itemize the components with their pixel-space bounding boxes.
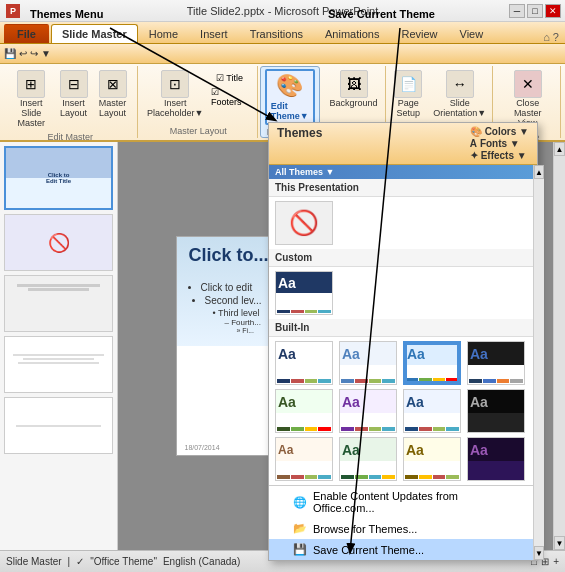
fonts-button[interactable]: A Fonts ▼	[470, 138, 529, 149]
save-icon: 💾	[293, 543, 307, 556]
fonts-icon: A	[470, 138, 477, 149]
effects-button[interactable]: ✦ Effects ▼	[470, 150, 529, 161]
page-setup-buttons: 📄 PageSetup ↔ SlideOrientation▼	[390, 68, 490, 124]
tab-file[interactable]: File	[4, 24, 49, 43]
builtin-title: Built-In	[269, 319, 533, 337]
browse-themes-label: Browse for Themes...	[313, 523, 417, 535]
master-layout-button[interactable]: ⊠ MasterLayout	[95, 68, 131, 120]
theme-item-builtin-1[interactable]: Aa	[275, 341, 333, 385]
save-qat-icon[interactable]: 💾	[4, 48, 16, 59]
slide-thumb-3[interactable]	[4, 275, 113, 332]
theme-item-builtin-12[interactable]: Aa	[467, 437, 525, 481]
slide-footer: 18/07/2014	[185, 444, 220, 451]
office-theme-status: "Office Theme"	[90, 556, 157, 567]
theme-preview-8: Aa	[468, 390, 524, 432]
edit-theme-button[interactable]: 🎨 EditTheme▼	[265, 69, 315, 125]
tab-review[interactable]: Review	[390, 24, 448, 43]
tab-view[interactable]: View	[449, 24, 495, 43]
theme-item-builtin-6[interactable]: Aa	[339, 389, 397, 433]
tab-transitions[interactable]: Transitions	[239, 24, 314, 43]
theme-preview-1: Aa	[276, 342, 332, 384]
theme-preview-7: Aa	[404, 390, 460, 432]
dropdown-scroll-up[interactable]: ▲	[534, 165, 544, 179]
redo-icon[interactable]: ↪	[30, 48, 38, 59]
themes-header: Themes 🎨 Colors ▼ A Fonts ▼ ✦ Effects ▼	[269, 123, 537, 165]
undo-icon[interactable]: ↩	[19, 48, 27, 59]
tab-slide-master[interactable]: Slide Master	[51, 24, 138, 43]
themes-menu-annotation: Themes Menu	[30, 8, 103, 20]
theme-item-custom-1[interactable]: Aa	[275, 271, 333, 315]
dropdown-scroll-down[interactable]: ▼	[534, 546, 544, 560]
slide-thumb-4[interactable]	[4, 336, 113, 393]
browse-themes-item[interactable]: 📂 Browse for Themes...	[269, 518, 533, 539]
background-label: Background	[330, 98, 378, 108]
theme-item-current[interactable]: 🚫	[275, 201, 333, 245]
background-button[interactable]: 🖼 Background	[326, 68, 382, 110]
theme-item-builtin-3[interactable]: Aa	[403, 341, 461, 385]
enable-content-updates-item[interactable]: 🌐 Enable Content Updates from Office.com…	[269, 486, 533, 518]
theme-preview-custom-1: Aa	[276, 272, 332, 314]
help-icon[interactable]: ⌂ ?	[543, 31, 559, 43]
insert-placeholder-button[interactable]: ⊡ InsertPlaceholder▼	[146, 68, 205, 120]
ribbon-tabs: File Slide Master Home Insert Transition…	[0, 22, 565, 44]
theme-item-builtin-8[interactable]: Aa	[467, 389, 525, 433]
theme-preview-2: Aa	[340, 342, 396, 384]
title-button[interactable]: ☑ Title	[208, 72, 251, 84]
close-master-view-icon: ✕	[514, 70, 542, 98]
window-controls[interactable]: ─ □ ✕	[509, 4, 561, 18]
themes-list: All Themes ▼ This Presentation 🚫 Custom …	[269, 165, 533, 560]
status-plus-icon[interactable]: +	[553, 556, 559, 567]
edit-master-label: Edit Master	[48, 130, 94, 142]
scroll-up-button[interactable]: ▲	[554, 142, 565, 156]
insert-layout-label: InsertLayout	[60, 98, 87, 118]
theme-preview-12: Aa	[468, 438, 524, 480]
insert-slide-master-icon: ⊞	[17, 70, 45, 98]
maximize-button[interactable]: □	[527, 4, 543, 18]
insert-slide-master-button[interactable]: ⊞ Insert SlideMaster	[10, 68, 53, 130]
theme-item-builtin-7[interactable]: Aa	[403, 389, 461, 433]
custom-grid: Aa	[269, 267, 533, 319]
effects-label: Effects ▼	[481, 150, 527, 161]
tab-animations[interactable]: Animations	[314, 24, 390, 43]
scroll-track	[554, 156, 565, 536]
slide-orientation-button[interactable]: ↔ SlideOrientation▼	[429, 68, 490, 120]
themes-dropdown: Themes 🎨 Colors ▼ A Fonts ▼ ✦ Effects ▼ …	[268, 122, 538, 561]
no-entry-icon-2: 🚫	[48, 232, 70, 254]
custom-title: Custom	[269, 249, 533, 267]
themes-footer: 🌐 Enable Content Updates from Office.com…	[269, 485, 533, 560]
colors-button[interactable]: 🎨 Colors ▼	[470, 126, 529, 137]
enable-content-label: Enable Content Updates from Office.com..…	[313, 490, 509, 514]
slide-thumb-container-1: 1 Click toEdit Title	[4, 146, 113, 210]
close-button[interactable]: ✕	[545, 4, 561, 18]
scroll-down-button[interactable]: ▼	[554, 536, 565, 550]
minimize-button[interactable]: ─	[509, 4, 525, 18]
insert-layout-button[interactable]: ⊟ InsertLayout	[56, 68, 92, 120]
slide-thumb-2[interactable]: 🚫	[4, 214, 113, 271]
theme-preview-11: Aa	[404, 438, 460, 480]
slide-thumb-5[interactable]	[4, 397, 113, 454]
theme-item-builtin-5[interactable]: Aa	[275, 389, 333, 433]
right-scrollbar[interactable]: ▲ ▼	[553, 142, 565, 550]
tab-insert[interactable]: Insert	[189, 24, 239, 43]
theme-preview-9: Aa	[276, 438, 332, 480]
theme-item-builtin-10[interactable]: Aa	[339, 437, 397, 481]
insert-placeholder-icon: ⊡	[161, 70, 189, 98]
master-layout-buttons: ⊡ InsertPlaceholder▼ ☑ Title ☑ Footers	[146, 68, 251, 124]
theme-item-builtin-9[interactable]: Aa	[275, 437, 333, 481]
theme-item-builtin-2[interactable]: Aa	[339, 341, 397, 385]
footers-button[interactable]: ☑ Footers	[208, 86, 251, 108]
save-current-theme-item[interactable]: 💾 Save Current Theme...	[269, 539, 533, 560]
slide-thumb-1[interactable]: Click toEdit Title	[4, 146, 113, 210]
qat-dropdown-icon[interactable]: ▼	[41, 48, 51, 59]
tab-home[interactable]: Home	[138, 24, 189, 43]
theme-options: 🎨 Colors ▼ A Fonts ▼ ✦ Effects ▼	[470, 126, 529, 161]
theme-item-builtin-11[interactable]: Aa	[403, 437, 461, 481]
all-themes-bar[interactable]: All Themes ▼	[269, 165, 533, 179]
slide-orientation-icon: ↔	[446, 70, 474, 98]
dropdown-scrollbar[interactable]: ▲ ▼	[533, 165, 544, 560]
edit-theme-buttons: 🎨 EditTheme▼	[265, 69, 315, 125]
page-setup-button[interactable]: 📄 PageSetup	[390, 68, 426, 120]
theme-item-builtin-4[interactable]: Aa	[467, 341, 525, 385]
builtin-grid: Aa Aa	[269, 337, 533, 485]
close-master-view-button[interactable]: ✕ CloseMaster View	[501, 68, 554, 130]
